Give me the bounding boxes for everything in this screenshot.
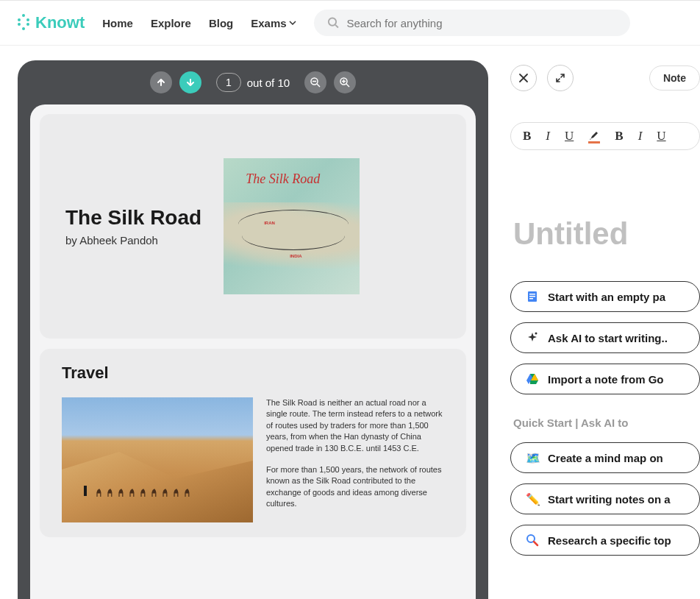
zoom-in-icon xyxy=(339,77,351,88)
viewer-frame: 1 out of 10 The Silk Road by Abheek Pand… xyxy=(18,60,488,599)
logo[interactable]: Knowt xyxy=(18,13,85,32)
highlight-icon xyxy=(588,130,600,142)
nav-blog[interactable]: Blog xyxy=(209,17,233,29)
ask-ai-write-button[interactable]: Ask AI to start writing.. xyxy=(510,322,700,353)
chevron-down-icon xyxy=(289,21,296,25)
bold-button-2[interactable]: B xyxy=(615,129,623,143)
document-title-input[interactable]: Untitled xyxy=(513,216,700,252)
search-icon xyxy=(327,16,340,29)
slide-2-text: The Silk Road is neither an actual road … xyxy=(266,397,444,522)
logo-icon xyxy=(18,14,29,32)
page-indicator: 1 out of 10 xyxy=(216,73,290,92)
document-content[interactable]: The Silk Road by Abheek Pandoh The Silk … xyxy=(30,104,476,599)
next-page-button[interactable] xyxy=(179,71,201,93)
write-notes-label: Start writing notes on a xyxy=(548,493,671,506)
highlight-button[interactable] xyxy=(588,130,600,142)
main-content: 1 out of 10 The Silk Road by Abheek Pand… xyxy=(0,46,700,599)
svg-rect-12 xyxy=(529,298,533,300)
italic-button[interactable]: I xyxy=(546,129,550,143)
svg-line-15 xyxy=(534,542,538,545)
svg-point-13 xyxy=(535,333,538,335)
prev-page-button[interactable] xyxy=(150,71,172,93)
arrow-down-icon xyxy=(185,77,196,88)
note-editor-panel: Note B I U B I U Untitled Start with an … xyxy=(488,46,700,599)
nav-home[interactable]: Home xyxy=(102,17,133,29)
document-viewer: 1 out of 10 The Silk Road by Abheek Pand… xyxy=(0,46,488,599)
nav-exams[interactable]: Exams xyxy=(251,17,296,29)
expand-icon xyxy=(555,73,565,83)
svg-point-0 xyxy=(328,18,335,25)
expand-button[interactable] xyxy=(547,65,574,91)
svg-line-4 xyxy=(317,84,320,87)
app-header: Knowt Home Explore Blog Exams xyxy=(0,0,700,46)
svg-rect-11 xyxy=(529,296,535,297)
start-empty-label: Start with an empty pa xyxy=(548,291,665,303)
bold-button[interactable]: B xyxy=(523,129,531,143)
close-button[interactable] xyxy=(510,65,537,91)
sparkle-icon xyxy=(526,331,539,344)
current-page[interactable]: 1 xyxy=(216,73,241,92)
presentation-title: The Silk Road xyxy=(65,206,201,230)
import-google-label: Import a note from Go xyxy=(548,373,664,386)
underline-button[interactable]: U xyxy=(565,129,574,143)
silk-road-map-image: The Silk Road IRAN INDIA xyxy=(224,158,360,294)
slide-2: Travel The Silk Road is xyxy=(40,349,466,537)
page-total: out of 10 xyxy=(247,77,290,89)
zoom-out-button[interactable] xyxy=(304,71,326,93)
search-bar[interactable] xyxy=(314,10,630,36)
slide-1: The Silk Road by Abheek Pandoh The Silk … xyxy=(40,114,466,339)
presentation-author: by Abheek Pandoh xyxy=(65,234,201,247)
slide-2-para-2: For more than 1,500 years, the network o… xyxy=(266,464,444,510)
create-mindmap-button[interactable]: 🗺️ Create a mind map on xyxy=(510,442,700,473)
pencil-icon: ✏️ xyxy=(526,492,539,506)
note-type-button[interactable]: Note xyxy=(649,65,700,91)
viewer-toolbar: 1 out of 10 xyxy=(18,60,488,104)
close-icon xyxy=(518,73,529,83)
research-topic-button[interactable]: Research a specific top xyxy=(510,525,700,556)
underline-button-2[interactable]: U xyxy=(657,129,665,143)
slide-2-para-1: The Silk Road is neither an actual road … xyxy=(266,397,444,454)
nav-explore[interactable]: Explore xyxy=(151,17,191,29)
write-notes-button[interactable]: ✏️ Start writing notes on a xyxy=(510,483,700,514)
camel-caravan-image xyxy=(62,397,253,522)
slide-1-text: The Silk Road by Abheek Pandoh xyxy=(65,206,201,247)
format-toolbar: B I U B I U xyxy=(510,122,700,150)
svg-line-8 xyxy=(346,84,349,87)
arrow-up-icon xyxy=(156,77,166,88)
italic-button-2[interactable]: I xyxy=(638,129,643,143)
magnify-icon xyxy=(526,534,539,547)
ask-ai-write-label: Ask AI to start writing.. xyxy=(548,332,668,344)
map-icon: 🗺️ xyxy=(526,451,539,464)
import-google-button[interactable]: Import a note from Go xyxy=(510,364,700,394)
svg-rect-10 xyxy=(529,294,535,295)
create-mindmap-label: Create a mind map on xyxy=(548,452,663,464)
research-topic-label: Research a specific top xyxy=(548,534,671,547)
nav-exams-label: Exams xyxy=(251,17,286,29)
search-input[interactable] xyxy=(346,17,616,29)
quickstart-heading: Quick Start | Ask AI to xyxy=(513,417,700,429)
main-nav: Home Explore Blog Exams xyxy=(102,17,296,29)
document-icon xyxy=(526,290,539,303)
slide-2-heading: Travel xyxy=(62,364,444,383)
logo-text: Knowt xyxy=(35,13,85,32)
zoom-in-button[interactable] xyxy=(334,71,356,93)
start-empty-button[interactable]: Start with an empty pa xyxy=(510,281,700,312)
svg-line-1 xyxy=(335,25,338,28)
zoom-out-icon xyxy=(310,77,321,88)
map-title-text: The Silk Road xyxy=(246,171,320,187)
editor-header: Note xyxy=(510,65,700,91)
google-drive-icon xyxy=(526,372,539,386)
